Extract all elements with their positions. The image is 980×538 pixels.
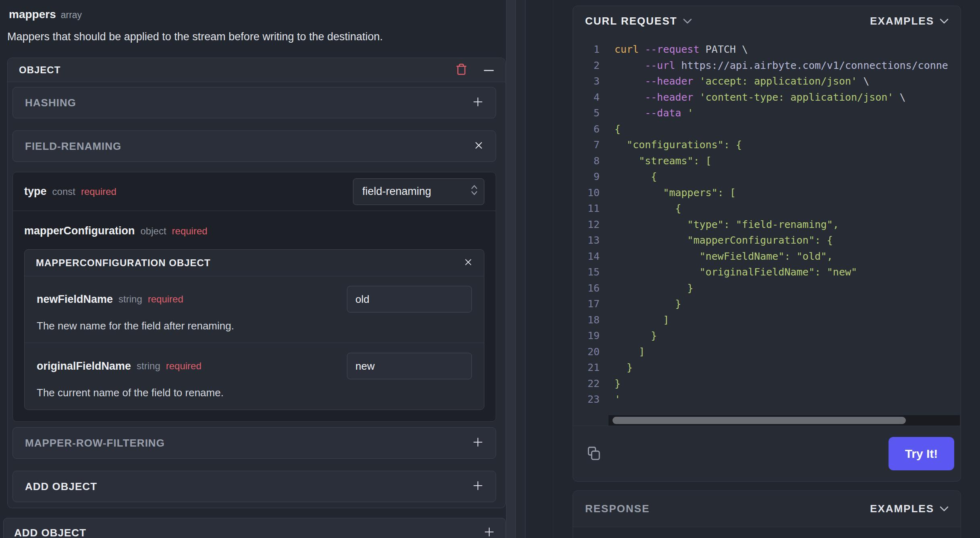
original-field-name-description: The current name of the field to rename. (37, 387, 472, 399)
object-card: OBJECT HASHING FIELD-RENAMING (7, 58, 506, 508)
line-number: 2 (573, 60, 600, 71)
code-line: 17 } (573, 296, 961, 312)
response-title: RESPONSE (585, 503, 650, 515)
type-field-kind: const (52, 186, 75, 197)
code-line: 10 "mappers": [ (573, 185, 961, 201)
type-select-value: field-renaming (362, 185, 470, 198)
mapper-configuration-panel-header: MAPPERCONFIGURATION OBJECT (25, 250, 484, 276)
line-number: 7 (573, 139, 600, 151)
section-hashing[interactable]: HASHING (12, 87, 496, 118)
code-line: 19 } (573, 328, 961, 344)
line-number: 8 (573, 155, 600, 167)
response-card: RESPONSE EXAMPLES (573, 490, 961, 538)
original-field-name-label: originalFieldName (37, 360, 131, 372)
line-number: 6 (573, 123, 600, 135)
code-area: 1curl --request PATCH \2 --url https://a… (573, 36, 961, 426)
close-mapper-configuration-button[interactable] (464, 258, 473, 268)
chevron-down-icon (940, 506, 949, 511)
field-type: array (61, 10, 82, 21)
horizontal-scrollbar-thumb[interactable] (612, 417, 906, 424)
new-field-name-description: The new name for the field after renamin… (37, 320, 472, 332)
examples-label: EXAMPLES (870, 503, 934, 515)
new-field-name-input[interactable] (347, 286, 472, 312)
section-mapper-row-filtering-label: MAPPER-ROW-FILTERING (25, 437, 472, 449)
section-mapper-row-filtering[interactable]: MAPPER-ROW-FILTERING (12, 427, 496, 459)
field-description: Mappers that should be applied to the st… (7, 31, 506, 43)
code-line: 6{ (573, 121, 961, 137)
line-number: 10 (573, 187, 600, 199)
schema-panel: mappers array Mappers that should be app… (0, 0, 506, 538)
horizontal-scrollbar[interactable] (608, 415, 960, 426)
object-card-header: OBJECT (8, 58, 505, 82)
mapper-configuration-kind: object (141, 226, 166, 237)
field-title-row: mappers array (9, 8, 506, 21)
vertical-scrollbar[interactable] (506, 0, 516, 538)
mapper-configuration-label-row: mapperConfiguration object required (13, 211, 496, 237)
mapper-configuration-panel: MAPPERCONFIGURATION OBJECT newFieldName … (24, 249, 484, 410)
minus-icon (484, 67, 494, 73)
column-divider (516, 0, 525, 538)
code-line: 15 "originalFieldName": "new" (573, 264, 961, 280)
response-body (573, 527, 961, 538)
plus-icon (484, 526, 495, 538)
line-number: 21 (573, 362, 600, 373)
code-line: 1curl --request PATCH \ (573, 41, 961, 58)
mapper-configuration-required-badge: required (172, 226, 208, 237)
code-line: 11 { (573, 201, 961, 217)
examples-dropdown[interactable]: EXAMPLES (870, 503, 949, 515)
code-line: 22} (573, 376, 961, 392)
field-renaming-body: type const required field-renaming mappe… (12, 172, 496, 422)
type-field-required-badge: required (81, 186, 116, 197)
line-number: 1 (573, 43, 600, 55)
line-number: 15 (573, 266, 600, 278)
add-object-outer-label: ADD OBJECT (14, 527, 484, 538)
close-icon (464, 258, 473, 268)
code-line: 12 "type": "field-renaming", (573, 217, 961, 233)
object-card-title: OBJECT (19, 64, 455, 76)
field-name: mappers (9, 8, 56, 21)
type-select[interactable]: field-renaming (353, 178, 484, 205)
line-number: 5 (573, 107, 600, 119)
chevron-down-icon[interactable] (683, 19, 692, 24)
copy-code-button[interactable] (586, 445, 601, 462)
code-line: 18 ] (573, 312, 961, 328)
line-number: 12 (573, 219, 600, 230)
line-number: 20 (573, 346, 600, 358)
section-field-renaming[interactable]: FIELD-RENAMING (12, 130, 496, 162)
original-field-name-input[interactable] (347, 353, 472, 379)
code-line: 5 --data ' (573, 105, 961, 121)
close-icon (474, 141, 484, 152)
plus-icon (472, 96, 484, 109)
type-field-name: type (24, 185, 47, 198)
code-line: 20 ] (573, 344, 961, 360)
code-line: 3 --header 'accept: application/json' \ (573, 73, 961, 89)
line-number: 9 (573, 171, 600, 182)
line-number: 13 (573, 234, 600, 246)
line-number: 11 (573, 203, 600, 214)
type-field-row: type const required field-renaming (13, 172, 496, 211)
add-object-inner-label: ADD OBJECT (25, 480, 472, 493)
delete-object-button[interactable] (455, 63, 467, 77)
code-line: 21 } (573, 360, 961, 376)
code-line: 14 "newFieldName": "old", (573, 248, 961, 265)
response-card-header: RESPONSE EXAMPLES (573, 491, 961, 527)
examples-label: EXAMPLES (870, 15, 934, 27)
code-line: 13 "mapperConfiguration": { (573, 232, 961, 248)
code-block: 1curl --request PATCH \2 --url https://a… (573, 41, 961, 408)
add-object-inner-button[interactable]: ADD OBJECT (12, 471, 496, 502)
collapse-object-button[interactable] (484, 67, 494, 73)
original-field-name-kind: string (137, 360, 160, 372)
add-object-outer-button[interactable]: ADD OBJECT (3, 518, 506, 538)
try-it-button[interactable]: Try It! (889, 437, 954, 470)
original-field-name-required-badge: required (166, 360, 201, 372)
line-number: 14 (573, 250, 600, 262)
code-line: 16 } (573, 280, 961, 296)
original-field-name-row: originalFieldName string required The cu… (25, 343, 484, 410)
examples-dropdown[interactable]: EXAMPLES (870, 15, 949, 27)
line-number: 18 (573, 314, 600, 326)
new-field-name-required-badge: required (148, 294, 183, 305)
select-chevrons-icon (470, 184, 478, 199)
plus-icon (472, 437, 484, 449)
panel-edge-line (553, 0, 553, 538)
curl-request-title[interactable]: CURL REQUEST (585, 15, 677, 27)
